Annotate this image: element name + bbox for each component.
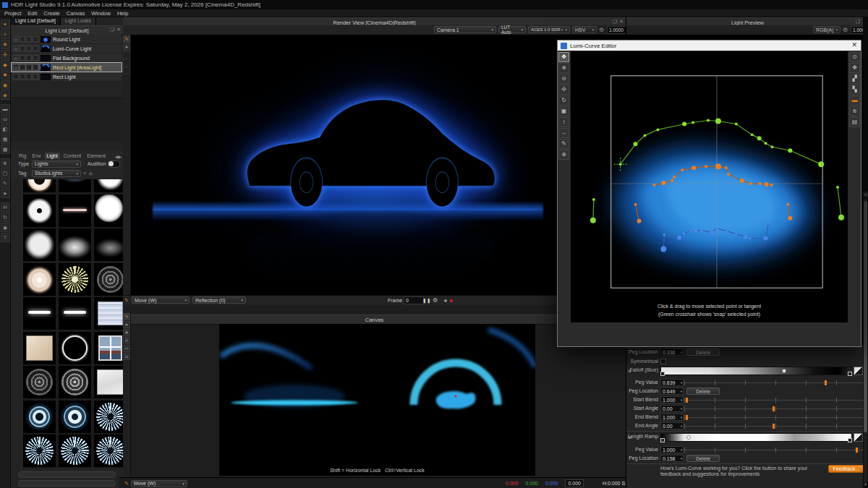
tab-content[interactable]: Content <box>61 153 84 159</box>
preset-strip-light-2[interactable] <box>59 297 91 330</box>
enable-toggle-icon[interactable]: ◎ <box>13 55 19 61</box>
render-viewport[interactable] <box>131 35 626 295</box>
menu-edit[interactable]: Edit <box>27 10 37 17</box>
option-toggle-icon[interactable] <box>33 36 38 42</box>
option-toggle-icon[interactable] <box>26 64 32 70</box>
preset-starburst-blue-2[interactable] <box>23 435 56 467</box>
gradient-tool-icon[interactable]: ▤ <box>849 117 860 127</box>
ramp-corner-icon[interactable] <box>854 433 863 442</box>
preset-sphere-light[interactable] <box>94 194 127 227</box>
start-angle-field[interactable]: 0.00 <box>660 405 684 412</box>
lumi-window-titlebar[interactable]: Lumi-Curve Editor ✕ <box>558 40 861 51</box>
tab-light-list[interactable]: Light List [Default] <box>11 17 61 25</box>
curve-light-tool-icon[interactable]: ✣ <box>1 50 10 59</box>
enable-toggle-icon[interactable]: ◎ <box>13 64 19 70</box>
menu-create[interactable]: Create <box>43 10 60 17</box>
round-light-tool-icon[interactable]: ✦ <box>1 20 10 29</box>
peg-location-field-2[interactable]: 0.649 <box>660 388 684 395</box>
ramp-corner-icon[interactable] <box>854 367 863 375</box>
end-blend-slider[interactable] <box>684 415 865 420</box>
delete-peg-button-2[interactable]: Delete <box>686 388 720 395</box>
flip-vertical-tool-icon[interactable]: ↕ <box>558 117 569 127</box>
frame-field[interactable]: 0 <box>404 296 424 304</box>
select-tool-icon[interactable]: ➤ <box>1 189 10 198</box>
preset-ring-light-blue[interactable] <box>23 401 56 433</box>
preset-dome-glow-faint[interactable] <box>94 228 127 261</box>
preset-ring-light-warm[interactable] <box>23 179 56 192</box>
option-toggle-icon[interactable] <box>20 46 25 51</box>
pause-icon[interactable]: ❚❚ <box>422 298 431 303</box>
tab-light[interactable]: Light <box>45 153 60 159</box>
start-blend-field[interactable]: 1.000 <box>660 396 684 403</box>
scroll-down-icon[interactable]: ▾ <box>863 482 868 487</box>
scrim-light-tool-icon[interactable]: ❖ <box>1 40 10 49</box>
preset-softbox-white[interactable] <box>94 366 127 398</box>
enable-toggle-icon[interactable]: ◎ <box>13 36 19 42</box>
mixed-light-preset-icon[interactable]: ▩ <box>1 145 10 154</box>
preset-ring-light-blue-2[interactable] <box>59 401 91 433</box>
area-light-preset-icon[interactable]: ◧ <box>1 124 10 134</box>
light-row-lumi-curve-light[interactable]: ◎Lumi-Curve Light <box>12 44 122 53</box>
symmetrical-checkbox[interactable] <box>660 359 666 364</box>
scrollbar-thumb[interactable] <box>864 201 867 432</box>
ramp-tool-icon[interactable]: ▬ <box>849 95 860 106</box>
multicurve-tool-icon[interactable]: ≋ <box>849 106 860 116</box>
feedback-button[interactable]: Feedback... <box>828 465 864 473</box>
rotate-tool-icon[interactable]: ↻ <box>558 95 569 106</box>
dock-icon[interactable]: ❏ <box>856 19 860 25</box>
hdri-tool-icon[interactable]: H <box>1 202 10 212</box>
visibility-icon[interactable]: ◉ <box>88 171 93 176</box>
dock-icon[interactable]: ❏ <box>110 27 114 33</box>
option-toggle-icon[interactable] <box>26 46 32 51</box>
start-blend-slider[interactable] <box>684 398 865 403</box>
ramp-peg-plus[interactable]: + <box>827 435 830 439</box>
option-toggle-icon[interactable] <box>33 64 38 70</box>
close-icon[interactable]: ✕ <box>851 41 857 48</box>
preset-strip-light-pink[interactable] <box>59 194 91 227</box>
option-toggle-icon[interactable] <box>26 55 32 61</box>
falloff-ramp[interactable] <box>660 367 852 375</box>
tab-env[interactable]: Env <box>30 153 43 159</box>
preset-soft-glow[interactable] <box>59 179 91 192</box>
move-mode-select[interactable]: Move (W)▾ <box>132 296 190 304</box>
option-toggle-icon[interactable] <box>26 74 32 80</box>
preset-path-bar[interactable] <box>18 480 116 487</box>
preset-starburst-blue[interactable] <box>94 401 127 433</box>
bar-light-preset-icon[interactable]: ▬ <box>1 104 10 114</box>
pan-tool-icon[interactable]: ✥ <box>849 63 860 73</box>
preset-soft-ball[interactable] <box>23 228 56 261</box>
length-peg-value-field[interactable]: 1.000 <box>660 446 684 453</box>
preset-softbox-beige[interactable] <box>23 332 56 364</box>
ramp-peg-dot[interactable] <box>686 435 691 440</box>
eye-tool-icon[interactable]: ◉ <box>1 223 10 232</box>
preset-beauty-dish[interactable] <box>23 263 56 296</box>
dock-icon[interactable]: ❏ <box>613 19 617 25</box>
canvas-viewport[interactable]: Shift = Horizontal Lock Ctrl=Vertical Lo… <box>219 324 535 476</box>
option-toggle-icon[interactable] <box>20 74 25 80</box>
type-select[interactable]: Lights▾ <box>32 160 81 168</box>
option-toggle-icon[interactable] <box>33 55 38 61</box>
move-point-tool-icon[interactable]: ✥ <box>558 52 569 62</box>
start-angle-slider[interactable] <box>684 406 865 411</box>
preset-dish-light[interactable] <box>94 179 127 192</box>
select-tool-icon[interactable]: ➤ <box>123 43 130 51</box>
refresh-tool-icon[interactable]: ↻ <box>1 213 10 222</box>
menu-help[interactable]: Help <box>117 10 128 17</box>
frame-tool-icon[interactable]: ▢ <box>1 168 10 178</box>
pick-light-tool-icon[interactable]: ◉ <box>1 80 10 90</box>
nudge-tool-icon[interactable]: ✣ <box>558 85 569 95</box>
sphere-light-tool-icon[interactable]: ✹ <box>1 70 10 80</box>
select-tool-icon[interactable]: ➤ <box>123 321 130 328</box>
panel-light-preset-icon[interactable]: ▦ <box>1 134 10 144</box>
spot-light-tool-icon[interactable]: ✧ <box>1 30 10 39</box>
peg-value-slider[interactable] <box>684 380 865 385</box>
option-toggle-icon[interactable] <box>33 74 38 80</box>
preset-fresnel-light-3[interactable] <box>59 366 91 398</box>
length-peg-location-field[interactable]: 0.158 <box>660 455 684 462</box>
tab-rig[interactable]: Rig <box>17 153 29 159</box>
gear-icon[interactable]: ⚙ <box>843 27 848 33</box>
close-icon[interactable]: ✕ <box>619 19 624 25</box>
reflection-select[interactable]: Reflection (0)▾ <box>192 296 246 304</box>
lut-select[interactable]: LUT Auto▾ <box>498 26 526 33</box>
preview-light-tool-icon[interactable]: ◈ <box>1 90 10 100</box>
